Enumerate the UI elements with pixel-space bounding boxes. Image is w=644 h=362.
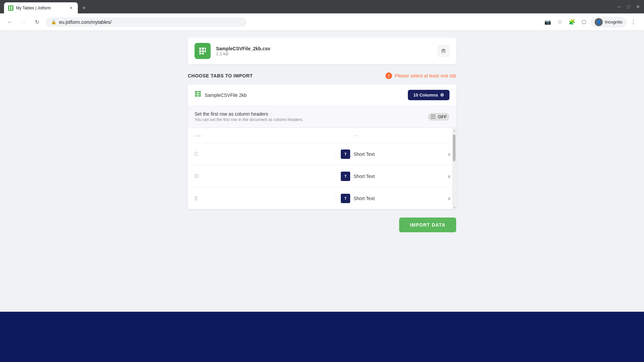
csv-filename: SampleCSVFile 2kb bbox=[205, 93, 247, 98]
col-type-d[interactable]: T Short Text ∨ bbox=[335, 172, 456, 181]
extensions-icon[interactable]: 🧩 bbox=[567, 17, 577, 27]
svg-rect-21 bbox=[195, 95, 198, 97]
warning-icon: ! bbox=[385, 72, 392, 79]
chevron-down-icon-c: ∨ bbox=[447, 152, 451, 157]
svg-rect-22 bbox=[198, 95, 201, 97]
file-header: SampleCSVFile_2kb.csv 1.1 kB bbox=[188, 38, 456, 64]
refresh-button[interactable]: ↻ bbox=[32, 17, 42, 27]
svg-rect-15 bbox=[443, 50, 444, 53]
address-bar-row: ← → ↻ 🔒 eu.jotform.com/mytables/ 📷 ☆ 🧩 ⬡… bbox=[0, 13, 644, 31]
col-name-c: C bbox=[188, 151, 335, 157]
type-icon-c: T bbox=[341, 149, 350, 159]
type-label-c: Short Text bbox=[354, 152, 444, 157]
toggle-description: You can set the first row in the documen… bbox=[195, 117, 303, 122]
toggle-state-label: OFF bbox=[438, 114, 447, 119]
file-info: SampleCSVFile_2kb.csv 1.1 kB bbox=[216, 46, 432, 56]
tab-favicon bbox=[8, 5, 13, 11]
scrollbar-track[interactable]: ▲ ▼ bbox=[452, 128, 456, 209]
column-row-e: E T Short Text ∨ bbox=[188, 187, 456, 209]
column-row-d: D T Short Text ∨ bbox=[188, 165, 456, 187]
toggle-text: Set the first row as column headers You … bbox=[195, 111, 303, 122]
menu-button[interactable]: ⋮ bbox=[628, 17, 639, 27]
choose-tabs-title: CHOOSE TABS TO IMPORT bbox=[188, 73, 253, 78]
file-size: 1.1 kB bbox=[216, 51, 432, 56]
svg-rect-10 bbox=[199, 53, 201, 54]
gear-icon: ⚙ bbox=[440, 93, 444, 98]
columns-button[interactable]: 10 Columns ⚙ bbox=[408, 90, 449, 100]
file-name: SampleCSVFile_2kb.csv bbox=[216, 46, 432, 51]
columns-btn-label: 10 Columns bbox=[413, 93, 438, 98]
back-button[interactable]: ← bbox=[5, 17, 15, 27]
type-label-e: Short Text bbox=[354, 196, 444, 201]
svg-rect-19 bbox=[195, 93, 198, 95]
close-window-button[interactable]: ✕ bbox=[636, 5, 640, 9]
svg-rect-9 bbox=[205, 50, 206, 52]
svg-rect-20 bbox=[198, 93, 201, 95]
profile-button[interactable]: 👤 Incognito bbox=[591, 17, 627, 27]
import-btn-row: IMPORT DATA bbox=[188, 218, 456, 232]
type-icon-e: T bbox=[341, 194, 350, 203]
tab-close-button[interactable]: ✕ bbox=[68, 5, 74, 11]
csv-card: SampleCSVFile 2kb 10 Columns ⚙ Set the f… bbox=[188, 84, 456, 209]
choose-tabs-header: CHOOSE TABS TO IMPORT ! Please select at… bbox=[188, 72, 456, 79]
col-type-partial: T — bbox=[335, 131, 456, 140]
url-text: eu.jotform.com/mytables/ bbox=[59, 19, 111, 25]
col-name-e: E bbox=[188, 195, 335, 201]
svg-rect-11 bbox=[202, 53, 204, 54]
column-row-c: C T Short Text ∨ bbox=[188, 143, 456, 165]
camera-icon[interactable]: 📷 bbox=[542, 17, 553, 27]
column-list: — T — C T Short Text ∨ bbox=[188, 128, 456, 209]
import-data-button[interactable]: IMPORT DATA bbox=[399, 218, 456, 232]
forward-button[interactable]: → bbox=[19, 17, 28, 27]
csv-name: SampleCSVFile 2kb bbox=[195, 91, 247, 99]
csv-card-header: SampleCSVFile 2kb 10 Columns ⚙ bbox=[188, 84, 456, 106]
svg-rect-6 bbox=[205, 48, 206, 50]
tab-title: My Tables | Jotform bbox=[16, 6, 66, 10]
toggle-title: Set the first row as column headers bbox=[195, 111, 303, 117]
warning-badge: ! Please select at least one tab bbox=[385, 72, 456, 79]
file-icon bbox=[195, 43, 211, 59]
browser-chrome: My Tables | Jotform ✕ + ─ □ ✕ ← → ↻ 🔒 eu… bbox=[0, 0, 644, 31]
svg-rect-0 bbox=[9, 6, 10, 8]
col-type-c[interactable]: T Short Text ∨ bbox=[335, 149, 456, 159]
svg-rect-4 bbox=[199, 48, 201, 50]
new-tab-button[interactable]: + bbox=[79, 3, 89, 13]
scroll-down-arrow[interactable]: ▼ bbox=[453, 206, 455, 208]
column-list-wrapper: — T — C T Short Text ∨ bbox=[188, 128, 456, 209]
profile-label: Incognito bbox=[605, 19, 623, 24]
type-icon-d: T bbox=[341, 172, 350, 181]
svg-rect-8 bbox=[202, 50, 204, 52]
minimize-button[interactable]: ─ bbox=[617, 5, 621, 9]
svg-rect-18 bbox=[198, 91, 201, 93]
table-icon bbox=[195, 91, 201, 99]
toggle-section: Set the first row as column headers You … bbox=[188, 106, 456, 128]
svg-rect-13 bbox=[442, 49, 444, 50]
col-name-partial: — bbox=[188, 132, 335, 139]
svg-rect-14 bbox=[442, 50, 442, 53]
delete-file-button[interactable] bbox=[437, 45, 449, 57]
chevron-down-icon-d: ∨ bbox=[447, 174, 451, 179]
svg-rect-17 bbox=[195, 91, 198, 93]
sync-icon[interactable]: ⬡ bbox=[579, 17, 589, 27]
type-label-d: Short Text bbox=[354, 174, 444, 179]
bookmark-icon[interactable]: ☆ bbox=[554, 17, 565, 27]
scrollbar-thumb[interactable] bbox=[453, 134, 455, 161]
column-row-partial: — T — bbox=[188, 128, 456, 143]
browser-tab[interactable]: My Tables | Jotform ✕ bbox=[4, 2, 78, 14]
profile-avatar: 👤 bbox=[595, 18, 603, 26]
toggle-switch[interactable]: OFF bbox=[428, 113, 449, 121]
svg-rect-3 bbox=[11, 8, 12, 10]
svg-rect-12 bbox=[441, 50, 445, 50]
col-type-e[interactable]: T Short Text ∨ bbox=[335, 194, 456, 203]
svg-rect-5 bbox=[202, 48, 204, 50]
col-name-d: D bbox=[188, 173, 335, 179]
svg-rect-1 bbox=[11, 6, 12, 8]
svg-rect-7 bbox=[199, 50, 201, 52]
warning-text: Please select at least one tab bbox=[395, 73, 456, 78]
toggle-lines-icon bbox=[431, 115, 435, 119]
maximize-button[interactable]: □ bbox=[627, 5, 631, 9]
address-bar[interactable]: 🔒 eu.jotform.com/mytables/ bbox=[46, 17, 247, 27]
svg-rect-16 bbox=[445, 50, 445, 53]
scroll-up-arrow[interactable]: ▲ bbox=[453, 129, 455, 131]
page-footer bbox=[0, 312, 644, 362]
